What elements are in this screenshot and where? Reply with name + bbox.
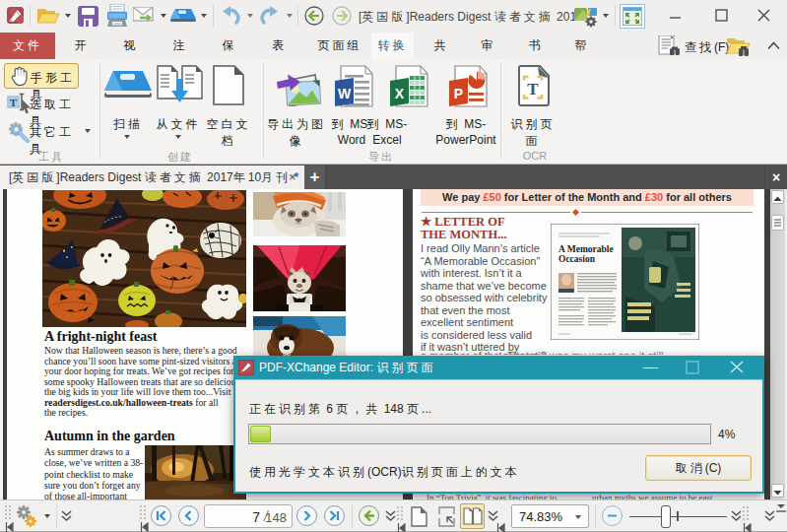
svg-text:Occasion: Occasion xyxy=(558,254,596,264)
svg-text:T: T xyxy=(10,97,18,108)
svg-text:X: X xyxy=(395,86,405,101)
svg-text:W: W xyxy=(338,86,352,101)
svg-text:T: T xyxy=(527,80,539,99)
svg-text:P: P xyxy=(454,86,463,101)
svg-text:A Memorable: A Memorable xyxy=(558,244,614,254)
